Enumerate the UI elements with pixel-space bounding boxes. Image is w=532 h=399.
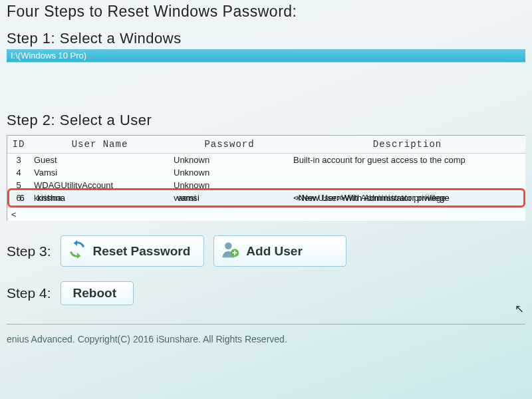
cursor-icon: ↖ [515,302,524,316]
cell-description [289,166,525,179]
cell-user: Guest [30,154,170,167]
table-row[interactable]: 3 Guest Unknown Built-in account for gue… [7,154,525,167]
reset-password-button[interactable]: Reset Password [61,235,205,267]
reset-password-label: Reset Password [93,244,191,259]
highlight-frame: 6 krishna vamsi <New User>With Administr… [7,188,525,207]
table-header-row: ID User Name Password Description [7,136,525,154]
cell-id: 4 [7,166,30,179]
cell-description: Built-in account for guest access to the… [289,154,525,167]
cell-id: 3 [7,154,30,167]
hl-description: <New User>With Administrator privilege [293,192,522,204]
step1-label: Step 1: Select a Windows [7,27,525,49]
col-id: ID [7,136,30,154]
hl-user: krishna [33,192,173,204]
add-user-button[interactable]: Add User [213,235,346,267]
step3-label: Step 3: [7,243,51,259]
svg-point-0 [225,243,232,250]
step4-label: Step 4: [7,285,51,301]
col-password: Password [170,136,289,154]
windows-selection[interactable]: I:\(Windows 10 Pro) [7,49,525,63]
reboot-button[interactable]: Reboot [61,281,134,305]
step2-label: Step 2: Select a User [7,109,525,131]
cell-password: Unknown [170,154,289,167]
col-description: Description [289,136,525,154]
table-row[interactable]: 4 Vamsi Unknown [7,166,525,179]
footer-copyright: enius Advanced. Copyright(C) 2016 iSunsh… [7,324,525,344]
hl-id: 6 [11,192,33,204]
col-user: User Name [30,136,170,154]
scroll-left-indicator[interactable]: < [7,207,525,221]
cell-password: Unknown [170,166,289,179]
add-user-label: Add User [246,244,302,259]
reboot-label: Reboot [73,286,116,301]
page-title: Four Steps to Reset Windows Password: [7,0,525,27]
hl-password: vamsi [173,192,293,204]
user-table: ID User Name Password Description 3 Gues… [7,135,525,221]
cell-user: Vamsi [30,166,170,179]
add-user-icon [221,240,239,262]
refresh-icon [68,240,86,262]
